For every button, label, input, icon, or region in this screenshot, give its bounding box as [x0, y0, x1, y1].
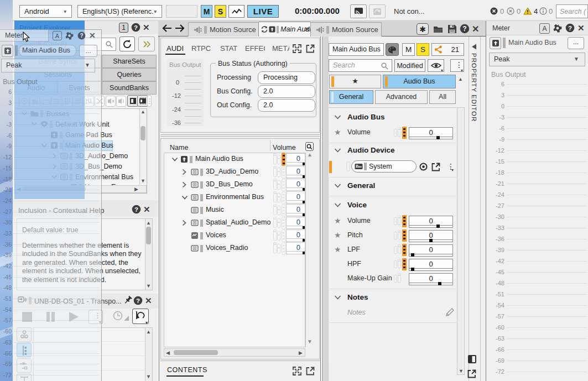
svg-text:?: ?	[462, 25, 466, 33]
svg-text:?: ?	[80, 33, 83, 39]
svg-text:?: ?	[568, 25, 572, 32]
svg-text:?: ?	[134, 24, 138, 31]
svg-text:?: ?	[134, 206, 138, 213]
svg-text:?: ?	[136, 298, 140, 304]
